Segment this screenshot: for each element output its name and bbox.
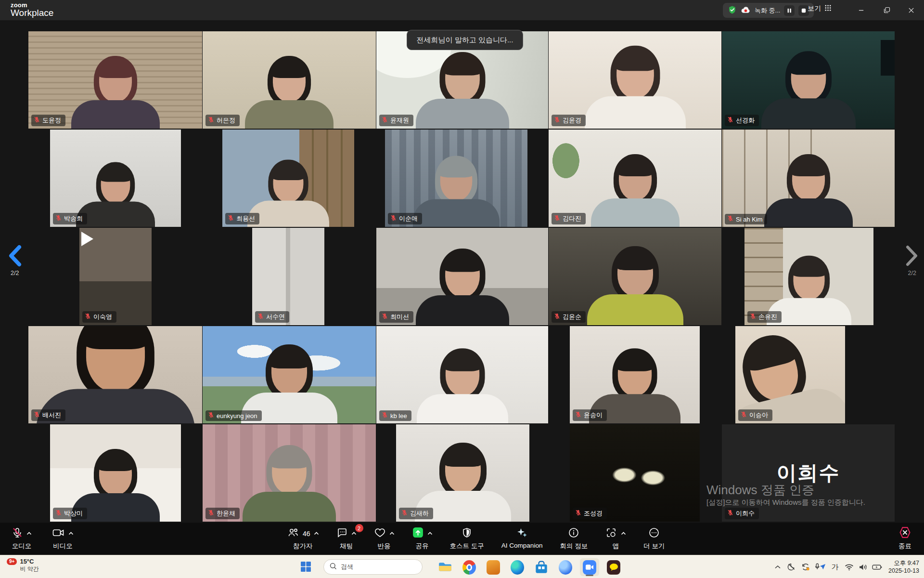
participant-tile[interactable]: 선경화 선경화: [722, 31, 895, 129]
mic-off-icon: [382, 412, 388, 420]
participant-tile[interactable]: 손유진 손유진: [744, 228, 873, 325]
toolbar-more[interactable]: 더 보기: [643, 527, 665, 551]
participant-tile[interactable]: 최미선 최미선: [376, 228, 548, 325]
toolbar-meeting-info[interactable]: 회의 정보: [560, 527, 588, 551]
participant-tile[interactable]: 김새하 김새하: [396, 424, 529, 522]
mic-off-icon: [575, 411, 581, 419]
participant-tile[interactable]: 김다진 김다진: [549, 130, 721, 227]
taskbar-app-edge[interactable]: [508, 558, 527, 576]
close-button[interactable]: [898, 0, 924, 20]
previous-page-arrow[interactable]: [7, 245, 22, 269]
start-button[interactable]: [300, 561, 311, 574]
participant-tile[interactable]: 최용선 최용선: [222, 130, 354, 227]
view-label: 보기: [808, 4, 821, 13]
participant-tile[interactable]: 김윤경 김윤경: [549, 31, 721, 129]
participant-name-tag: 최미선: [379, 311, 413, 323]
taskbar-app-microsoft-store[interactable]: [532, 558, 551, 576]
participant-tile[interactable]: 김윤순 김윤순: [549, 228, 721, 325]
chat-label: 채팅: [340, 542, 353, 551]
participant-name-tag: 서수연: [255, 311, 289, 323]
taskbar-app-whale-browser[interactable]: [556, 558, 575, 576]
participant-tile[interactable]: 박상미 박상미: [50, 424, 181, 522]
recording-pill: 녹화 중...: [723, 3, 814, 18]
chevron-up-icon[interactable]: [389, 532, 395, 536]
participant-tile[interactable]: 이순애 이순애: [385, 130, 527, 227]
participant-tile[interactable]: 서수연 서수연: [252, 228, 324, 325]
participant-tile[interactable]: 윤송이 윤송이: [570, 326, 700, 423]
participant-name: 윤송이: [584, 411, 603, 420]
wifi-tray-icon[interactable]: [844, 560, 854, 574]
minimize-button[interactable]: [848, 0, 874, 20]
participant-tile[interactable]: 이숙영 이숙영: [79, 228, 152, 325]
chevron-up-icon[interactable]: [621, 532, 626, 536]
audio-icon: [12, 526, 23, 541]
taskbar-app-kakaotalk[interactable]: [604, 558, 623, 576]
toolbar-participants[interactable]: 46 참가자: [287, 527, 319, 551]
chat-icon: [336, 527, 348, 540]
toolbar-apps[interactable]: 앱: [605, 527, 626, 551]
restore-button[interactable]: [874, 0, 900, 20]
chevron-up-icon[interactable]: [314, 532, 319, 536]
participant-tile[interactable]: 이희수 이희수: [722, 424, 895, 522]
share-label: 공유: [416, 542, 429, 551]
taskbar-app-file-explorer[interactable]: [436, 558, 455, 576]
participant-tile[interactable]: 조성경 조성경: [570, 424, 700, 522]
toolbar-ai-companion[interactable]: AI Companion: [501, 527, 543, 549]
participant-tile[interactable]: 허은정 허은정: [203, 31, 376, 129]
participant-name-tag: 허은정: [205, 115, 240, 126]
participant-video-placeholder: [409, 47, 516, 129]
participant-name: 최미선: [390, 313, 409, 321]
participant-tile[interactable]: 이승아 이승아: [735, 326, 845, 423]
participant-tile[interactable]: kb lee kb lee: [376, 326, 548, 423]
mic-off-icon: [401, 510, 408, 517]
participant-tile[interactable]: 배서진 배서진: [28, 326, 202, 423]
toolbar-leave[interactable]: 종료: [898, 527, 911, 551]
volume-tray-icon[interactable]: [858, 560, 868, 574]
participant-video-placeholder: [577, 40, 693, 129]
pause-recording-button[interactable]: [784, 5, 795, 16]
participant-video-placeholder: [238, 51, 340, 129]
mic-off-icon: [228, 215, 234, 223]
participant-name: 손유진: [758, 313, 777, 321]
chevron-up-icon[interactable]: [26, 532, 32, 536]
leave-meeting-icon: [898, 526, 911, 541]
taskbar-app-orange-docs[interactable]: [484, 558, 503, 576]
sync-tray-icon[interactable]: [801, 560, 810, 574]
notification-badge: 9+: [7, 558, 17, 565]
toolbar-share[interactable]: 공유: [412, 527, 433, 551]
participant-tile[interactable]: 한윤채 한윤채: [203, 424, 376, 522]
taskbar-app-chrome[interactable]: [460, 558, 479, 576]
share-icon: [412, 526, 424, 540]
widgets-weather-button[interactable]: 9+ 15°C 비 약간: [7, 558, 39, 573]
mic-off-icon: [55, 215, 62, 223]
next-page-arrow[interactable]: [905, 245, 920, 269]
ime-korean-indicator[interactable]: 가: [830, 560, 840, 574]
search-input[interactable]: 검색: [323, 559, 423, 575]
toolbar-reactions[interactable]: 반응: [374, 527, 395, 551]
participant-tile[interactable]: eunkyung jeon eunkyung jeon: [203, 326, 376, 423]
toolbar-video[interactable]: 비디오: [52, 527, 74, 551]
participant-tile[interactable]: Si ah Kim Si ah Kim: [722, 130, 895, 227]
taskbar-clock[interactable]: 오후 9:472025-10-13: [888, 559, 919, 575]
toolbar-host-tools[interactable]: 호스트 도구: [450, 527, 484, 551]
meeting-info-label: 회의 정보: [560, 542, 588, 551]
taskbar-app-zoom[interactable]: [580, 558, 599, 576]
mic-location-tray-icon[interactable]: [815, 560, 826, 574]
participant-tile[interactable]: 박송희 박송희: [50, 130, 181, 227]
hidden-icons-tray-icon[interactable]: [787, 560, 796, 574]
battery-tray-icon[interactable]: [872, 560, 882, 574]
toolbar-audio[interactable]: 오디오: [12, 527, 32, 551]
chevron-up-icon[interactable]: [427, 532, 433, 536]
participant-video-placeholder: [28, 326, 202, 423]
participant-tile[interactable]: 도윤정 도윤정: [28, 31, 202, 129]
chevron-up-icon[interactable]: [68, 532, 74, 536]
mic-off-icon: [55, 510, 62, 517]
participant-video-placeholder: [757, 149, 860, 227]
reactions-label: 반응: [378, 542, 391, 551]
chevron-up-icon[interactable]: [351, 532, 357, 536]
view-button[interactable]: 보기: [808, 4, 832, 13]
toolbar-chat[interactable]: 2 채팅: [336, 527, 357, 551]
chevron-up-tray-icon[interactable]: [773, 560, 783, 574]
participant-name: 박송희: [64, 214, 83, 223]
play-icon: [81, 232, 93, 246]
